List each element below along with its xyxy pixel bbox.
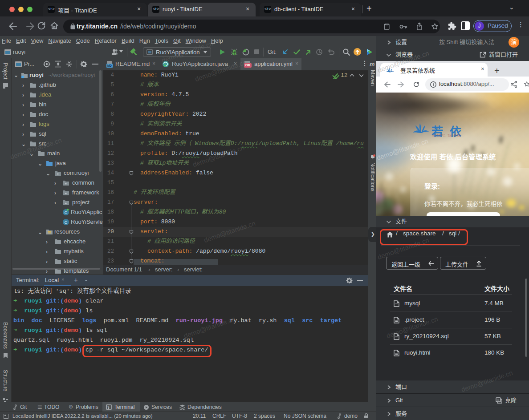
svg-text:C: C	[65, 210, 68, 215]
svg-text:C: C	[65, 220, 68, 225]
